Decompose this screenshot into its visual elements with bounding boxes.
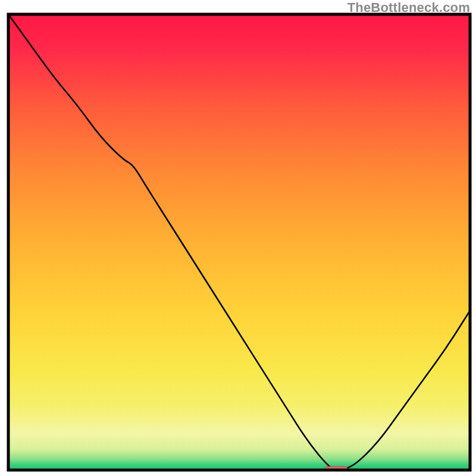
watermark-text: TheBottleneck.com bbox=[347, 0, 470, 15]
bottleneck-chart bbox=[0, 0, 476, 476]
gradient-background bbox=[8, 14, 470, 470]
chart-container: TheBottleneck.com bbox=[0, 0, 476, 476]
